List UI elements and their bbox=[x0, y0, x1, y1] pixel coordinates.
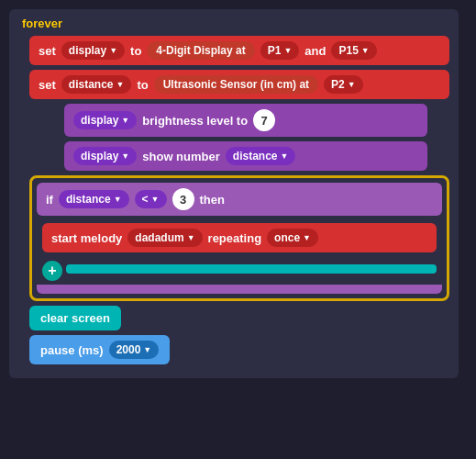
then-keyword: then bbox=[200, 193, 225, 207]
if-bottom-bar bbox=[37, 285, 442, 294]
brightness-value: 7 bbox=[253, 109, 275, 131]
if-value: 3 bbox=[172, 188, 194, 210]
pause-block: pause (ms) 2000 bbox=[29, 335, 170, 364]
blocks-workspace: forever set display to 4-Digit Display a… bbox=[9, 9, 459, 378]
if-keyword: if bbox=[46, 193, 53, 207]
pause-label: pause (ms) bbox=[40, 343, 104, 357]
to-keyword-1: to bbox=[130, 44, 141, 58]
distance-dropdown[interactable]: distance bbox=[61, 75, 132, 94]
and-label: and bbox=[304, 44, 326, 58]
if-body: start melody dadadum repeating once + bbox=[37, 219, 442, 285]
pause-value-dropdown[interactable]: 2000 bbox=[109, 341, 160, 359]
p1-dropdown[interactable]: P1 bbox=[260, 41, 300, 60]
set-keyword-1: set bbox=[39, 44, 56, 58]
if-header: if distance < 3 then bbox=[37, 183, 442, 216]
repeating-label: repeating bbox=[208, 231, 262, 245]
start-melody-block: start melody dadadum repeating once bbox=[42, 223, 437, 252]
clear-screen-block: clear screen bbox=[29, 306, 121, 330]
melody-dropdown[interactable]: dadadum bbox=[127, 229, 202, 247]
distance-show-dropdown[interactable]: distance bbox=[226, 147, 296, 165]
to-keyword-2: to bbox=[137, 78, 148, 92]
display-dropdown[interactable]: display bbox=[61, 41, 125, 60]
distance-if-dropdown[interactable]: distance bbox=[59, 190, 129, 208]
once-dropdown[interactable]: once bbox=[267, 229, 318, 247]
set-distance-block: set distance to Ultrasonic Sensor (in cm… bbox=[29, 70, 449, 99]
digit-display-label: 4-Digit Display at bbox=[147, 41, 254, 60]
if-block: if distance < 3 then start melody dadadu… bbox=[29, 175, 449, 301]
set-keyword-2: set bbox=[39, 78, 56, 92]
show-number-label: show number bbox=[142, 150, 220, 163]
display-show-dropdown[interactable]: display bbox=[73, 147, 137, 165]
clear-screen-label: clear screen bbox=[40, 311, 110, 325]
start-melody-label: start melody bbox=[51, 231, 122, 245]
brightness-label: brightness level to bbox=[142, 114, 248, 128]
forever-label: forever bbox=[18, 17, 449, 30]
display-brightness-dropdown[interactable]: display bbox=[73, 111, 137, 129]
operator-dropdown[interactable]: < bbox=[135, 190, 167, 208]
p2-dropdown[interactable]: P2 bbox=[324, 75, 363, 94]
p15-dropdown[interactable]: P15 bbox=[331, 41, 376, 60]
display-brightness-block: display brightness level to 7 bbox=[64, 104, 427, 137]
ultrasonic-sensor-label: Ultrasonic Sensor (in cm) at bbox=[154, 75, 318, 94]
set-display-block: set display to 4-Digit Display at P1 and… bbox=[29, 36, 449, 65]
if-teal-bar bbox=[66, 264, 437, 274]
display-show-block: display show number distance bbox=[64, 141, 427, 171]
add-button[interactable]: + bbox=[42, 261, 62, 281]
